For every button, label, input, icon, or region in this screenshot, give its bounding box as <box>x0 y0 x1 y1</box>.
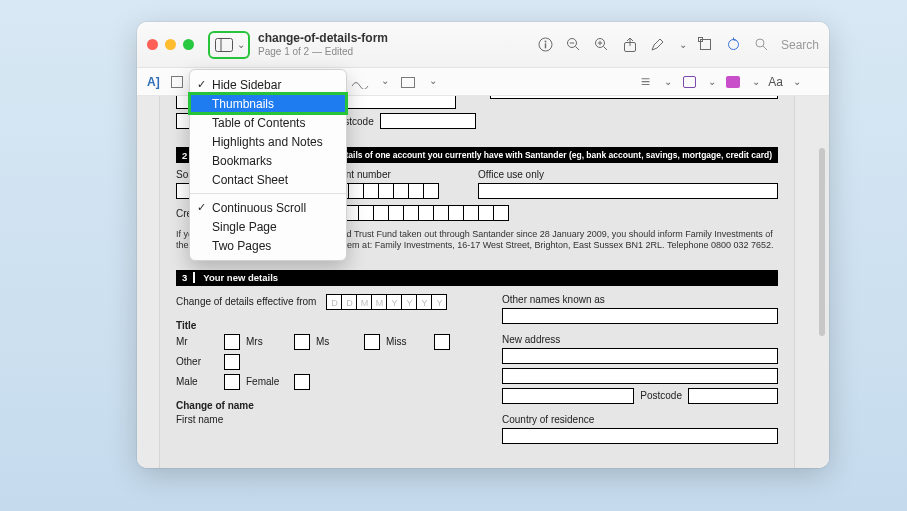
rotate-icon[interactable] <box>725 36 743 54</box>
document-title: change-of-details-form <box>258 32 388 45</box>
menu-contact-sheet[interactable]: Contact Sheet <box>190 170 346 189</box>
menu-separator <box>190 193 346 194</box>
font-tool[interactable]: Aa <box>768 75 783 89</box>
other-names-label: Other names known as <box>502 294 778 305</box>
markup-icon[interactable] <box>649 36 667 54</box>
menu-hide-sidebar[interactable]: Hide Sidebar <box>190 75 346 94</box>
svg-rect-19 <box>171 76 182 87</box>
menu-two-pages[interactable]: Two Pages <box>190 236 346 255</box>
section-3-header: 3 Your new details <box>176 270 778 286</box>
info-icon[interactable] <box>537 36 555 54</box>
chevron-down-icon[interactable]: ⌄ <box>708 76 716 87</box>
window-controls <box>147 39 194 50</box>
menu-bookmarks[interactable]: Bookmarks <box>190 151 346 170</box>
svg-line-6 <box>576 47 580 51</box>
document-subtitle: Page 1 of 2 — Edited <box>258 46 388 57</box>
ms-checkbox[interactable] <box>364 334 380 350</box>
svg-line-18 <box>763 46 767 50</box>
title-stack: change-of-details-form Page 1 of 2 — Edi… <box>258 32 388 56</box>
menu-highlights-notes[interactable]: Highlights and Notes <box>190 132 346 151</box>
title-header: Title <box>176 320 476 331</box>
chevron-down-icon[interactable]: ⌄ <box>429 75 437 91</box>
svg-point-16 <box>729 40 739 50</box>
first-name-label: First name <box>176 414 476 425</box>
app-window: ⌄ change-of-details-form Page 1 of 2 — E… <box>137 22 829 468</box>
minimize-window-button[interactable] <box>165 39 176 50</box>
close-window-button[interactable] <box>147 39 158 50</box>
zoom-out-icon[interactable] <box>565 36 583 54</box>
chevron-down-icon[interactable]: ⌄ <box>752 76 760 87</box>
svg-line-9 <box>604 47 608 51</box>
change-of-name-header: Change of name <box>176 400 476 411</box>
postcode-label-2: Postcode <box>640 390 682 401</box>
effective-from-label: Change of details effective from <box>176 296 316 307</box>
svg-rect-0 <box>216 38 233 51</box>
share-icon[interactable] <box>621 36 639 54</box>
sidebar-icon <box>215 38 233 52</box>
country-label: Country of residence <box>502 414 778 425</box>
view-dropdown-menu: Hide Sidebar Thumbnails Table of Content… <box>189 69 347 261</box>
checkbox-tool-icon[interactable] <box>168 74 186 90</box>
signature-tool-icon[interactable] <box>351 75 369 91</box>
menu-single-page[interactable]: Single Page <box>190 217 346 236</box>
svg-rect-4 <box>545 43 546 48</box>
svg-rect-21 <box>402 78 415 88</box>
chevron-down-icon[interactable]: ⌄ <box>664 76 672 87</box>
zoom-in-icon[interactable] <box>593 36 611 54</box>
search-field[interactable]: Search <box>781 38 819 52</box>
shape-tool-icon[interactable] <box>399 75 417 91</box>
new-address-label: New address <box>502 334 778 345</box>
text-tool-icon[interactable]: A] <box>147 75 160 89</box>
sidebar-toggle-highlight: ⌄ <box>208 31 250 59</box>
titlebar: ⌄ change-of-details-form Page 1 of 2 — E… <box>137 22 829 68</box>
svg-point-17 <box>756 39 764 47</box>
menu-continuous-scroll[interactable]: Continuous Scroll <box>190 198 346 217</box>
office-use-label: Office use only <box>478 169 778 180</box>
svg-point-3 <box>545 41 547 43</box>
chevron-down-icon[interactable]: ⌄ <box>793 76 801 87</box>
male-checkbox[interactable] <box>224 374 240 390</box>
miss-checkbox[interactable] <box>434 334 450 350</box>
chevron-down-icon[interactable]: ⌄ <box>381 75 389 91</box>
female-checkbox[interactable] <box>294 374 310 390</box>
vertical-scrollbar[interactable] <box>819 148 825 336</box>
chevron-down-icon[interactable]: ⌄ <box>237 39 245 50</box>
thickness-tool-icon[interactable]: ≡ <box>636 74 654 90</box>
sidebar-toggle-button[interactable] <box>213 35 235 55</box>
menu-thumbnails[interactable]: Thumbnails <box>190 94 346 113</box>
menu-table-of-contents[interactable]: Table of Contents <box>190 113 346 132</box>
mrs-checkbox[interactable] <box>294 334 310 350</box>
crop-icon[interactable] <box>697 36 715 54</box>
mr-checkbox[interactable] <box>224 334 240 350</box>
search-icon[interactable] <box>753 36 771 54</box>
color-swatch-1[interactable] <box>680 74 698 90</box>
chevron-down-icon[interactable]: ⌄ <box>679 39 687 50</box>
color-swatch-2[interactable] <box>724 74 742 90</box>
fullscreen-window-button[interactable] <box>183 39 194 50</box>
other-checkbox[interactable] <box>224 354 240 370</box>
